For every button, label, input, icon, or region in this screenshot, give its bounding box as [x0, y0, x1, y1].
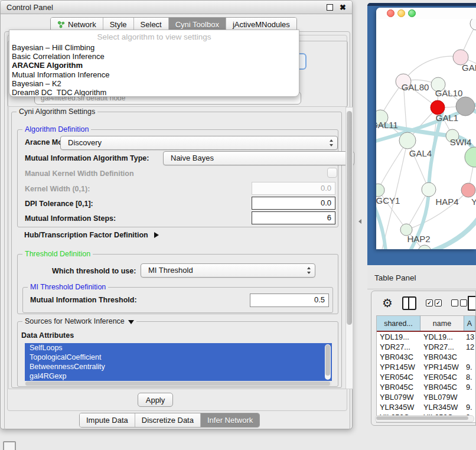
table-row[interactable]: YBR045CYBR045C9. — [377, 382, 475, 392]
column-header-a[interactable]: A — [464, 316, 475, 331]
mi-steps-field[interactable]: 6 — [252, 211, 335, 224]
tab-label: Select — [141, 20, 162, 29]
manual-kernel-checkbox[interactable] — [327, 168, 337, 178]
data-attributes-list[interactable]: SelfLoopsTopologicalCoefficientBetweenne… — [25, 343, 332, 381]
float-panel-icon[interactable] — [327, 4, 333, 11]
table-row[interactable]: YER054CYER054C8. — [377, 372, 475, 382]
dpi-tolerance-label: DPI Tolerance [0,1]: — [25, 200, 93, 208]
network-node-label: GCY1 — [376, 195, 400, 206]
network-view-window: GALGAL80GAL10GAL1GAL11SWI4GAL4GCY1HAP4YH… — [376, 8, 476, 249]
threshold-definition-group: Threshold Definition Which threshold to … — [17, 254, 338, 314]
table-row[interactable]: YDL19...YDL19...13 — [377, 332, 475, 342]
checked-box-icon: ✓ — [435, 299, 442, 306]
dropdown-item-aracne-algorithm[interactable]: ARACNE Algorithm — [9, 61, 299, 70]
group-title: Threshold Definition — [22, 250, 93, 258]
network-node-label: GAL4 — [409, 148, 432, 158]
dropdown-prompt: Select algorithm to view settings — [9, 31, 299, 43]
network-node-label: Y — [471, 197, 476, 207]
network-node-hap4[interactable] — [422, 182, 436, 197]
network-node-unlabeled[interactable] — [470, 19, 476, 30]
table-cell: YLR345W — [377, 402, 420, 412]
network-node-label: GAL11 — [376, 120, 398, 130]
table-row[interactable]: YDR27...YDR27...12 — [377, 342, 475, 352]
table-row[interactable]: YBR043CYBR043C — [377, 352, 475, 362]
table-cell: YER054C — [420, 372, 464, 382]
dropdown-item-basic-correlation-inference[interactable]: Basic Correlation Inference — [9, 52, 299, 61]
mi-threshold-field[interactable]: 0.5 — [250, 294, 329, 307]
settings-vertical-scrollbar[interactable] — [345, 107, 353, 389]
aracne-mode-combobox[interactable]: Discovery — [60, 136, 338, 150]
gear-icon[interactable]: ⚙ — [382, 297, 393, 309]
attribute-item-selfloops[interactable]: SelfLoops — [25, 343, 332, 353]
network-node-label: HAP2 — [407, 234, 430, 244]
close-traffic-light-icon[interactable] — [387, 9, 395, 17]
table-horizontal-scrollbar[interactable] — [375, 415, 474, 422]
tab-discretize-data[interactable]: Discretize Data — [135, 413, 200, 427]
dropdown-item-dream8-dc-tdc-algorithm[interactable]: Dream8 DC_TDC Algorithm — [9, 88, 299, 97]
network-node-unlabeled[interactable] — [465, 147, 476, 167]
apply-button[interactable]: Apply — [138, 393, 173, 407]
network-node-gcy1[interactable] — [376, 184, 384, 197]
collapse-arrow-icon[interactable] — [128, 320, 134, 324]
table-toolbar: ⚙ ✓ ✓ — [371, 291, 475, 315]
tab-impute-data[interactable]: Impute Data — [80, 413, 135, 427]
column-header-name[interactable]: name — [420, 316, 464, 331]
network-canvas[interactable]: GALGAL80GAL10GAL1GAL11SWI4GAL4GCY1HAP4YH… — [376, 19, 476, 249]
table-row[interactable]: YBL079WYBL079W — [377, 392, 475, 402]
table-header-row: shared...nameA — [377, 316, 475, 332]
mi-threshold-label: Mutual Information Threshold: — [30, 296, 137, 304]
table-cell: YBR045C — [377, 382, 420, 392]
network-node-y[interactable] — [461, 183, 475, 197]
group-title: MI Threshold Definition — [28, 283, 108, 291]
attribute-item-betweennesscentrality[interactable]: BetweennessCentrality — [25, 362, 332, 371]
table-cell: 12 — [464, 342, 475, 352]
network-node-unlabeled[interactable] — [456, 97, 475, 116]
network-node-gal4[interactable] — [399, 132, 416, 149]
window-title: Control Panel — [6, 3, 53, 12]
network-node-label: GAL1 — [436, 113, 458, 123]
minimized-panel-icon[interactable] — [3, 441, 16, 450]
table-cell: YPR145W — [377, 362, 420, 372]
tab-label: Discretize Data — [142, 416, 194, 425]
list-vertical-scrollbar[interactable] — [325, 344, 331, 380]
table-body: YDL19...YDL19...13YDR27...YDR27...12YBR0… — [377, 332, 475, 422]
table-row[interactable]: YLR345WYLR345W9. — [377, 402, 475, 412]
table-row[interactable]: YPR145WYPR145W9. — [377, 362, 475, 372]
select-all-icon[interactable]: ✓ ✓ — [426, 299, 442, 306]
spinner-down-icon — [330, 144, 333, 146]
table-cell: YDR27... — [377, 342, 420, 352]
column-header-shared[interactable]: shared... — [377, 316, 420, 331]
split-columns-icon[interactable] — [402, 296, 416, 310]
splitter-collapse-arrow-icon[interactable] — [358, 219, 361, 224]
dropdown-item-bayesian-k2[interactable]: Bayesian – K2 — [9, 79, 299, 88]
control-panel-titlebar: Control Panel ✖ — [1, 1, 352, 14]
dpi-tolerance-field[interactable]: 0.0 — [252, 197, 335, 210]
table-cell: 9. — [464, 362, 475, 372]
unchecked-box-icon — [460, 299, 467, 306]
mi-threshold-group: MI Threshold Definition Mutual Informati… — [22, 287, 333, 313]
table-cell: YER054C — [377, 372, 420, 382]
group-title: Sources for Network Inference — [22, 317, 136, 325]
hub-definition-label: Hub/Transcription Factor Definition — [24, 231, 148, 239]
zoom-traffic-light-icon[interactable] — [408, 9, 416, 17]
dropdown-item-bayesian-hill-climbing[interactable]: Bayesian – Hill Climbing — [9, 43, 299, 52]
list-horizontal-scrollbar[interactable] — [25, 381, 332, 386]
kernel-width-field[interactable]: 0.0 — [252, 182, 335, 195]
hub-definition-expander[interactable]: Hub/Transcription Factor Definition — [24, 231, 159, 239]
combo-value: Naive Bayes — [171, 154, 214, 162]
attribute-item-gal4rgexp[interactable]: gal4RGexp — [25, 371, 332, 381]
table-cell: 8. — [464, 372, 475, 382]
window-frame-edge — [367, 3, 476, 6]
spinner-up-icon — [307, 267, 311, 269]
network-window-titlebar — [376, 8, 476, 19]
which-threshold-combobox[interactable]: MI Threshold — [141, 263, 315, 278]
dropdown-item-mutual-information-inference[interactable]: Mutual Information Inference — [9, 70, 299, 79]
mi-type-combobox[interactable]: Naive Bayes — [163, 151, 354, 165]
attribute-item-topologicalcoefficient[interactable]: TopologicalCoefficient — [25, 353, 332, 362]
tab-infer-network[interactable]: Infer Network — [200, 413, 259, 427]
close-icon[interactable]: ✖ — [340, 4, 346, 11]
mi-type-label: Mutual Information Algorithm Type: — [25, 154, 149, 162]
minimize-traffic-light-icon[interactable] — [397, 9, 405, 17]
deselect-all-icon[interactable] — [451, 299, 467, 306]
file-icon[interactable] — [468, 296, 476, 311]
